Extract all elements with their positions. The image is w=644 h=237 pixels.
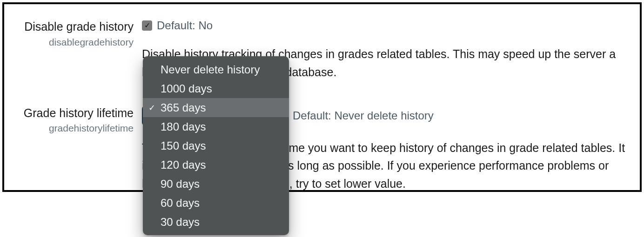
setting-label-col: Disable grade history disablegradehistor… [4, 15, 142, 48]
checkbox-row: ✓ Default: No [142, 19, 635, 32]
dropdown-option[interactable]: 1000 days [143, 79, 289, 98]
dropdown-option-label: 30 days [161, 216, 200, 229]
setting-title: Disable grade history [4, 19, 134, 35]
settings-frame: Disable grade history disablegradehistor… [2, 2, 642, 192]
dropdown-option-label: Never delete history [161, 63, 260, 76]
dropdown-option[interactable]: 30 days [143, 212, 289, 231]
checkmark-icon: ✓ [148, 103, 155, 113]
setting-title: Grade history lifetime [4, 105, 134, 121]
dropdown-option-label: 1000 days [161, 82, 212, 95]
grade-history-lifetime-dropdown[interactable]: Never delete history1000 days✓365 days18… [143, 56, 289, 235]
setting-row-disable-grade-history: Disable grade history disablegradehistor… [4, 15, 640, 81]
dropdown-option-label: 120 days [161, 158, 206, 171]
dropdown-option[interactable]: 150 days [143, 136, 289, 155]
dropdown-option[interactable]: 180 days [143, 117, 289, 136]
dropdown-option[interactable]: 60 days [143, 193, 289, 212]
setting-key: gradehistorylifetime [4, 122, 134, 134]
dropdown-option-label: 150 days [161, 139, 206, 152]
setting-row-grade-history-lifetime: Grade history lifetime gradehistorylifet… [4, 102, 640, 192]
dropdown-option-label: 180 days [161, 120, 206, 133]
setting-label-col: Grade history lifetime gradehistorylifet… [4, 102, 142, 135]
default-label: Default: No [157, 19, 213, 32]
dropdown-option-label: 60 days [161, 197, 200, 210]
dropdown-option[interactable]: ✓365 days [143, 98, 289, 117]
disable-grade-history-checkbox[interactable]: ✓ [142, 20, 152, 31]
setting-key: disablegradehistory [4, 36, 134, 48]
dropdown-option-label: 365 days [161, 101, 206, 114]
checkmark-icon: ✓ [144, 22, 150, 29]
dropdown-option-label: 90 days [161, 178, 200, 191]
default-label: Default: Never delete history [293, 109, 434, 122]
dropdown-option[interactable]: Never delete history [143, 60, 289, 79]
dropdown-option[interactable]: 90 days [143, 174, 289, 193]
dropdown-option[interactable]: 120 days [143, 155, 289, 174]
